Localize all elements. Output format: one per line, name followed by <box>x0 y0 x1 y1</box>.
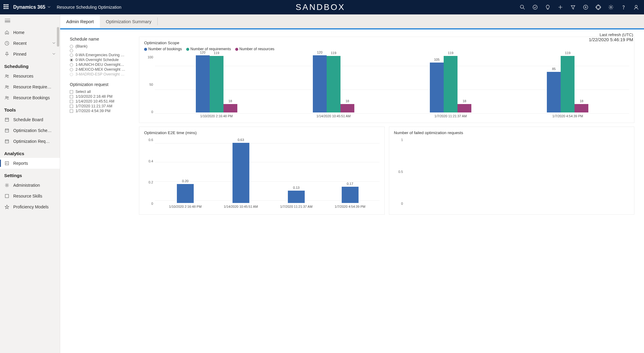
nav-home[interactable]: Home <box>0 27 60 38</box>
tab-optimization-summary[interactable]: Optimization Summary <box>100 14 158 28</box>
task-icon[interactable] <box>532 4 538 10</box>
filter-title: Optimization request <box>70 82 133 87</box>
checkbox-option[interactable]: 1/10/2020 2:16:48 PM <box>70 94 133 99</box>
y-axis: 100500 <box>144 54 155 120</box>
help-icon[interactable] <box>621 4 627 10</box>
bar-group: 0.631/14/2020 10:45:51 AM <box>224 143 258 208</box>
idea-icon[interactable] <box>545 4 551 10</box>
filters-panel: Schedule name (Blank)0-WA Emergencies Du… <box>70 37 133 215</box>
checkbox-option[interactable]: Select all <box>70 89 133 94</box>
radio-option[interactable]: 3-MADRID-ESP Overnight … <box>70 72 133 77</box>
sidebar-scrollbar[interactable] <box>57 27 59 353</box>
bar: 105 <box>430 63 444 112</box>
radio-option[interactable]: 2-MEXICO-MEX Overnight … <box>70 67 133 72</box>
nav-item[interactable]: Administration <box>0 180 60 191</box>
nav-label: Recent <box>13 41 26 46</box>
chart-plot <box>405 137 630 212</box>
nav-recent[interactable]: Recent <box>0 38 60 49</box>
bar-group: 120119181/10/2020 2:16:48 PM <box>196 55 237 118</box>
chart-plot: 120119181/10/2020 2:16:48 PM120119181/14… <box>155 54 629 120</box>
svg-point-9 <box>623 9 624 9</box>
brand-dropdown-icon[interactable] <box>47 5 51 10</box>
user-icon[interactable] <box>633 4 639 10</box>
nav-item[interactable]: Resource Skills <box>0 191 60 201</box>
checkbox-option[interactable]: 1/7/2020 11:21:37 AM <box>70 104 133 109</box>
bar: 0.63 <box>233 143 249 203</box>
checkbox-option[interactable]: 1/7/2020 4:54:39 PM <box>70 109 133 113</box>
nav-item[interactable]: Optimization Req… <box>0 136 60 147</box>
nav-section-analytics: Analytics <box>0 147 60 158</box>
nav-item[interactable]: Schedule Board <box>0 114 60 125</box>
radio-option[interactable] <box>70 49 133 53</box>
bar-value-label: 0.20 <box>177 179 194 183</box>
nav-item[interactable]: Resources <box>0 71 60 81</box>
nav-item[interactable]: Resource Require… <box>0 81 60 92</box>
add-circle-icon[interactable] <box>583 4 589 10</box>
svg-rect-18 <box>5 118 8 121</box>
bar-value-label: 85 <box>547 67 561 71</box>
legend-swatch <box>186 48 189 51</box>
add-icon[interactable] <box>557 4 563 10</box>
bar: 120 <box>196 55 210 112</box>
settings-icon[interactable] <box>608 4 614 10</box>
bar: 18 <box>340 104 354 113</box>
nav-label: Reports <box>13 161 28 166</box>
tab-admin-report[interactable]: Admin Report <box>60 14 100 28</box>
option-label: 1/14/2020 10:45:51 AM <box>75 99 114 103</box>
nav-label: Optimization Req… <box>13 139 50 144</box>
last-refresh-label: Last refresh (UTC) <box>589 32 633 37</box>
bar: 18 <box>223 104 237 113</box>
cal-icon <box>4 128 10 133</box>
bar-value-label: 18 <box>340 99 354 103</box>
bar-value-label: 0.13 <box>288 186 305 189</box>
bar: 119 <box>444 56 458 112</box>
people-icon <box>4 84 10 90</box>
bar-group: 120119181/14/2020 10:45:51 AM <box>313 55 354 118</box>
svg-rect-23 <box>5 194 8 198</box>
nav-label: Pinned <box>13 52 26 57</box>
nav-pinned[interactable]: Pinned <box>0 49 60 60</box>
x-axis-label: 1/7/2020 11:21:37 AM <box>434 114 467 118</box>
checkbox-icon <box>70 95 73 98</box>
top-bar: Dynamics 365 Resource Scheduling Optimiz… <box>0 0 644 14</box>
radio-option[interactable]: 0-WA Emergencies During … <box>70 53 133 57</box>
checkbox-icon <box>70 105 73 108</box>
app-launcher-icon[interactable] <box>4 4 10 10</box>
filter-icon[interactable] <box>570 4 576 10</box>
radio-icon <box>70 58 73 62</box>
nav-label: Resource Require… <box>13 84 51 89</box>
nav-item[interactable]: Proficiency Models <box>0 201 60 212</box>
nav-label: Resource Skills <box>13 194 42 198</box>
nav-item[interactable]: Reports <box>0 158 60 169</box>
bar-group: 105119181/7/2020 11:21:37 AM <box>430 56 471 118</box>
chart-title: Optimization Scope <box>144 41 629 45</box>
bar-value-label: 119 <box>444 51 458 55</box>
radio-icon <box>70 63 73 66</box>
nav-item[interactable]: Resource Bookings <box>0 92 60 103</box>
bar: 120 <box>313 55 327 112</box>
sidebar-toggle[interactable] <box>0 14 60 27</box>
svg-point-16 <box>5 96 7 98</box>
x-axis-label: 1/7/2020 4:54:39 PM <box>552 114 583 118</box>
people-icon <box>4 95 10 100</box>
chevron-down-icon <box>52 52 56 57</box>
brand-label[interactable]: Dynamics 365 <box>13 5 45 10</box>
checkbox-option[interactable]: 1/14/2020 10:45:51 AM <box>70 99 133 104</box>
topbar-actions <box>519 4 639 10</box>
bar: 0.20 <box>177 184 194 203</box>
bar-value-label: 0.63 <box>233 138 249 142</box>
radio-option[interactable]: 0-WA Overnight Schedule <box>70 57 133 62</box>
bar-group: 0.201/10/2020 2:16:48 PM <box>169 184 202 208</box>
bar-value-label: 120 <box>196 51 210 54</box>
extension-icon[interactable] <box>595 4 601 10</box>
radio-option[interactable]: (Blank) <box>70 44 133 49</box>
content-area: Admin Report Optimization Summary Last r… <box>60 14 644 353</box>
svg-rect-3 <box>597 6 600 9</box>
radio-option[interactable]: 1-MUNICH-DEU Overnight… <box>70 62 133 67</box>
nav-item[interactable]: Optimization Sche… <box>0 125 60 136</box>
nav-label: Resource Bookings <box>13 95 50 100</box>
gear-icon <box>4 183 10 188</box>
radio-icon <box>70 49 73 52</box>
search-icon[interactable] <box>519 4 525 10</box>
bar: 119 <box>327 56 340 112</box>
